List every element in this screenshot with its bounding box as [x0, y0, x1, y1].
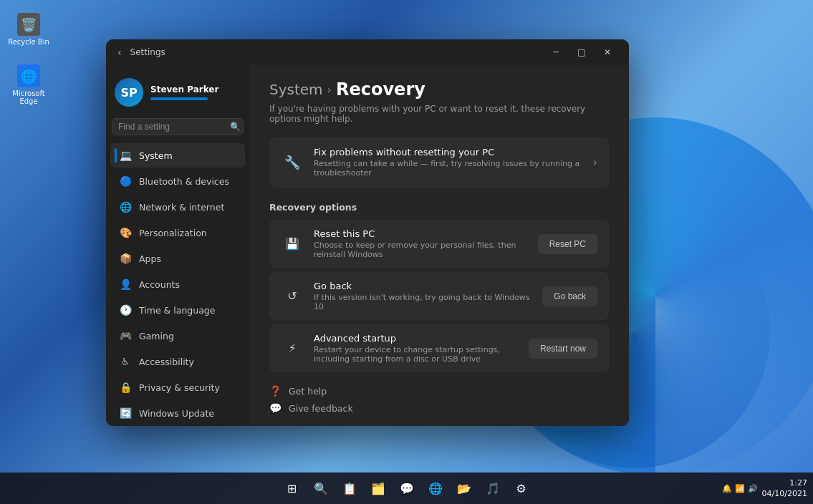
advanced-startup-title: Advanced startup [314, 333, 519, 344]
edge-icon: 🌐 [17, 64, 40, 87]
sidebar-item-accessibility-label: Accessibility [139, 357, 194, 367]
fix-description: Resetting can take a while — first, try … [314, 159, 583, 178]
user-info: Steven Parker [150, 84, 241, 100]
page-description: If you're having problems with your PC o… [269, 104, 609, 124]
window-controls: ─ □ ✕ [543, 42, 620, 62]
user-profile[interactable]: SP Steven Parker [106, 71, 249, 118]
taskbar-search-button[interactable]: 🔍 [308, 475, 334, 501]
network-icon: 🌐 [119, 200, 132, 213]
taskbar-network-icon[interactable]: 📶 [735, 484, 745, 493]
maximize-button[interactable]: □ [569, 42, 595, 62]
sidebar-item-accounts-label: Accounts [139, 279, 180, 290]
sidebar-item-update-label: Windows Update [139, 408, 214, 419]
window-body: SP Steven Parker 🔍 💻 System 🔵 Blu [106, 65, 629, 426]
go-back-icon: ↺ [281, 285, 304, 308]
user-name: Steven Parker [150, 84, 241, 94]
search-icon: 🔍 [230, 122, 241, 132]
apps-icon: 📦 [119, 252, 132, 265]
reset-pc-card: 💾 Reset this PC Choose to keep or remove… [269, 220, 609, 268]
reset-pc-button[interactable]: Reset PC [538, 234, 597, 254]
search-box[interactable]: 🔍 [112, 118, 244, 135]
settings-window: ‹ Settings ─ □ ✕ SP Steven Parker [106, 39, 629, 426]
taskbar: ⊞ 🔍 📋 🗂️ 💬 🌐 📂 🎵 ⚙️ 🔔 📶 🔊 1:27 04/10/202… [0, 472, 813, 504]
sidebar-item-network-label: Network & internet [139, 202, 224, 213]
main-content: System › Recovery If you're having probl… [249, 65, 629, 426]
taskbar-clock[interactable]: 1:27 04/10/2021 [762, 478, 807, 500]
close-button[interactable]: ✕ [595, 42, 620, 62]
window-title: Settings [130, 47, 165, 57]
sidebar-item-accounts[interactable]: 👤 Accounts [110, 272, 245, 296]
reset-pc-title: Reset this PC [314, 228, 528, 239]
recycle-bin-icon: 🗑️ [17, 13, 40, 36]
sidebar-item-system-label: System [139, 150, 173, 161]
get-help-link[interactable]: ❓ Get help [269, 385, 609, 397]
taskbar-edge-button[interactable]: 🌐 [423, 475, 448, 501]
sidebar-item-privacy[interactable]: 🔒 Privacy & security [110, 375, 245, 399]
go-back-text: Go back If this version isn't working, t… [314, 281, 532, 311]
sidebar-item-time[interactable]: 🕐 Time & language [110, 298, 245, 322]
taskbar-right: 🔔 📶 🔊 1:27 04/10/2021 [722, 478, 807, 500]
minimize-button[interactable]: ─ [543, 42, 569, 62]
taskbar-time-display: 1:27 [762, 478, 807, 488]
back-button[interactable]: ‹ [115, 44, 125, 61]
taskbar-media-button[interactable]: 🎵 [480, 475, 506, 501]
restart-now-button[interactable]: Restart now [529, 339, 597, 359]
desktop-icon-recycle-bin[interactable]: 🗑️ Recycle Bin [7, 13, 50, 46]
edge-label: Microsoft Edge [7, 89, 50, 105]
go-back-card: ↺ Go back If this version isn't working,… [269, 272, 609, 320]
sidebar-item-personalization-label: Personalization [139, 228, 207, 238]
desktop: 🗑️ Recycle Bin 🌐 Microsoft Edge ‹ Settin… [0, 0, 813, 504]
breadcrumb-current: Recovery [336, 79, 425, 100]
taskbar-settings-button[interactable]: ⚙️ [509, 475, 534, 501]
fix-problems-card[interactable]: 🔧 Fix problems without resetting your PC… [269, 137, 609, 188]
fix-text: Fix problems without resetting your PC R… [314, 147, 583, 178]
taskbar-center: ⊞ 🔍 📋 🗂️ 💬 🌐 📂 🎵 ⚙️ [279, 475, 534, 501]
update-icon: 🔄 [119, 407, 132, 420]
sidebar-item-bluetooth[interactable]: 🔵 Bluetooth & devices [110, 169, 245, 193]
breadcrumb-separator: › [327, 83, 332, 97]
reset-pc-icon: 💾 [281, 233, 304, 256]
recycle-bin-label: Recycle Bin [8, 38, 49, 46]
privacy-icon: 🔒 [119, 381, 132, 394]
get-help-label: Get help [289, 386, 327, 397]
taskbar-sys-icons: 🔔 📶 🔊 [722, 484, 758, 493]
reset-pc-text: Reset this PC Choose to keep or remove y… [314, 228, 528, 259]
sidebar-item-gaming-label: Gaming [139, 331, 174, 341]
give-feedback-label: Give feedback [289, 403, 353, 414]
sidebar-item-update[interactable]: 🔄 Windows Update [110, 401, 245, 425]
taskbar-widgets-button[interactable]: 🗂️ [365, 475, 391, 501]
advanced-startup-description: Restart your device to change startup se… [314, 345, 519, 364]
title-bar: ‹ Settings ─ □ ✕ [106, 39, 629, 65]
sidebar-item-gaming[interactable]: 🎮 Gaming [110, 324, 245, 348]
sidebar-item-apps[interactable]: 📦 Apps [110, 246, 245, 271]
go-back-button[interactable]: Go back [542, 286, 597, 306]
advanced-startup-text: Advanced startup Restart your device to … [314, 333, 519, 364]
sidebar-item-time-label: Time & language [139, 305, 215, 316]
taskbar-taskview-button[interactable]: 📋 [337, 475, 362, 501]
sidebar-item-apps-label: Apps [139, 253, 161, 264]
sidebar-item-network[interactable]: 🌐 Network & internet [110, 195, 245, 219]
desktop-icon-edge[interactable]: 🌐 Microsoft Edge [7, 64, 50, 105]
get-help-icon: ❓ [269, 385, 282, 397]
sidebar-item-accessibility[interactable]: ♿ Accessibility [110, 349, 245, 374]
accessibility-icon: ♿ [119, 355, 132, 368]
footer-links: ❓ Get help 💬 Give feedback [269, 385, 609, 414]
sidebar-item-personalization[interactable]: 🎨 Personalization [110, 220, 245, 245]
taskbar-explorer-button[interactable]: 📂 [451, 475, 477, 501]
advanced-startup-icon: ⚡ [281, 337, 304, 360]
give-feedback-link[interactable]: 💬 Give feedback [269, 402, 609, 414]
taskbar-chat-button[interactable]: 💬 [394, 475, 420, 501]
taskbar-notification-icon[interactable]: 🔔 [722, 484, 732, 493]
fix-icon: 🔧 [281, 151, 304, 174]
taskbar-volume-icon[interactable]: 🔊 [748, 484, 758, 493]
taskbar-start-button[interactable]: ⊞ [279, 475, 305, 501]
time-icon: 🕐 [119, 304, 132, 316]
search-input[interactable] [118, 122, 226, 132]
user-bar [150, 97, 208, 100]
sidebar: SP Steven Parker 🔍 💻 System 🔵 Blu [106, 65, 249, 426]
bluetooth-icon: 🔵 [119, 175, 132, 188]
reset-pc-description: Choose to keep or remove your personal f… [314, 241, 528, 259]
sidebar-item-system[interactable]: 💻 System [110, 143, 245, 168]
sidebar-item-bluetooth-label: Bluetooth & devices [139, 176, 229, 187]
system-icon: 💻 [119, 149, 132, 162]
